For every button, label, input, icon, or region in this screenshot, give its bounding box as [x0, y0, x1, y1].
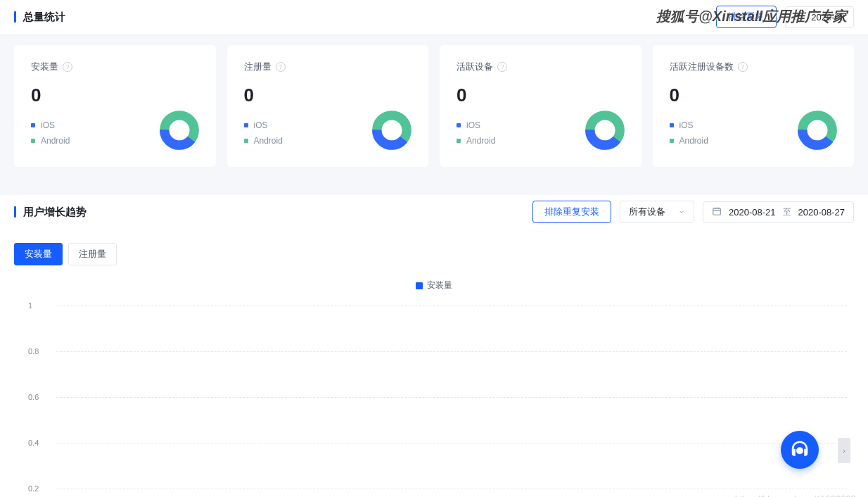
- totals-date-text: 2020-08: [811, 12, 845, 23]
- growth-date-range[interactable]: 2020-08-21 至 2020-08-27: [703, 201, 854, 223]
- card-installs: 安装量 ? 0 iOS Android: [14, 45, 216, 167]
- card-title-text: 活跃设备: [457, 61, 493, 73]
- help-icon[interactable]: ?: [497, 62, 507, 72]
- side-toggle-button[interactable]: ›: [838, 438, 850, 463]
- chart-legend-dot-icon: [416, 282, 423, 289]
- growth-title: 用户增长趋势: [14, 206, 87, 219]
- y-tick-label: 0.6: [28, 393, 39, 401]
- exclude-duplicate-button[interactable]: 排除重复: [716, 6, 777, 28]
- growth-tabs: 安装量 注册量: [0, 229, 868, 272]
- y-tick-label: 0.8: [28, 347, 39, 356]
- ios-dot-icon: [457, 123, 461, 127]
- exclude-duplicate-install-button[interactable]: 排除重复安装: [532, 201, 611, 223]
- help-icon[interactable]: ?: [63, 62, 72, 72]
- help-icon[interactable]: ?: [738, 62, 748, 72]
- calendar-icon: [712, 206, 722, 218]
- section-gap: [0, 181, 868, 195]
- card-value: 0: [457, 84, 625, 106]
- card-value: 0: [244, 84, 412, 106]
- card-title-text: 注册量: [244, 61, 272, 73]
- ios-dot-icon: [670, 123, 674, 127]
- donut-chart-icon: [798, 111, 837, 150]
- stat-cards: 安装量 ? 0 iOS Android 注册量 ? 0 iOS Android …: [0, 34, 868, 181]
- device-filter-label: 所有设备: [629, 206, 665, 218]
- card-title-text: 活跃注册设备数: [670, 61, 734, 73]
- gridline: [56, 397, 847, 398]
- legend-ios-label: iOS: [254, 120, 268, 130]
- y-tick-label: 0.4: [28, 439, 39, 447]
- card-value: 0: [31, 84, 199, 106]
- legend-android-label: Android: [679, 136, 708, 146]
- device-filter-dropdown[interactable]: 所有设备: [620, 201, 694, 223]
- gridline: [56, 489, 847, 489]
- donut-chart-icon: [160, 111, 199, 150]
- card-registrations: 注册量 ? 0 iOS Android: [227, 45, 429, 167]
- y-tick-label: 0.2: [28, 484, 39, 493]
- gridline: [56, 306, 847, 306]
- legend-ios-label: iOS: [466, 120, 480, 130]
- donut-chart-icon: [585, 111, 625, 150]
- chart-area: 安装量 1 0.8 0.6 0.4 0.2 https://blog.csdn.…: [0, 272, 868, 497]
- y-tick-label: 1: [28, 301, 32, 310]
- card-value: 0: [670, 84, 838, 106]
- chart-y-axis: 1 0.8 0.6 0.4 0.2: [28, 306, 854, 489]
- chart-legend-label: 安装量: [427, 279, 452, 291]
- card-active-registered-devices: 活跃注册设备数 ? 0 iOS Android: [653, 45, 855, 167]
- totals-controls: 排除重复 2020-08: [716, 6, 854, 28]
- ios-dot-icon: [244, 123, 248, 127]
- gridline: [56, 351, 847, 352]
- card-title: 活跃设备 ?: [457, 61, 625, 73]
- gridline: [56, 443, 847, 443]
- date-end: 2020-08-27: [798, 207, 845, 218]
- card-title: 安装量 ?: [31, 61, 199, 73]
- support-fab-button[interactable]: [781, 431, 819, 469]
- ios-dot-icon: [31, 123, 35, 127]
- android-dot-icon: [457, 139, 461, 143]
- legend-android-label: Android: [466, 136, 495, 146]
- totals-title: 总量统计: [14, 11, 65, 24]
- chevron-right-icon: ›: [843, 446, 845, 455]
- watermark-bottom: https://blog.csdn.net/A966669: [734, 493, 855, 497]
- svg-rect-12: [713, 208, 721, 214]
- android-dot-icon: [244, 139, 248, 143]
- totals-date-range[interactable]: 2020-08: [785, 6, 854, 28]
- chevron-down-icon: [678, 207, 685, 218]
- tab-installs[interactable]: 安装量: [14, 243, 63, 265]
- growth-section: 用户增长趋势 排除重复安装 所有设备 2020-08-21 至 2020-08-…: [0, 195, 868, 497]
- legend-android-label: Android: [41, 136, 70, 146]
- help-icon[interactable]: ?: [276, 62, 286, 72]
- donut-chart-icon: [372, 111, 411, 150]
- totals-section: 总量统计 排除重复 2020-08: [0, 0, 868, 34]
- growth-header: 用户增长趋势 排除重复安装 所有设备 2020-08-21 至 2020-08-…: [0, 195, 868, 229]
- legend-android-label: Android: [254, 136, 283, 146]
- legend-ios-label: iOS: [41, 120, 55, 130]
- legend-ios-label: iOS: [679, 120, 694, 130]
- card-title: 活跃注册设备数 ?: [670, 61, 838, 73]
- growth-controls: 排除重复安装 所有设备 2020-08-21 至 2020-08-27: [532, 201, 854, 223]
- svg-point-16: [796, 447, 803, 454]
- tab-registrations[interactable]: 注册量: [68, 243, 117, 265]
- card-title: 注册量 ?: [244, 61, 412, 73]
- android-dot-icon: [670, 139, 674, 143]
- headset-icon: [789, 439, 810, 460]
- svg-rect-0: [796, 13, 803, 19]
- date-separator: 至: [783, 206, 791, 218]
- totals-header: 总量统计 排除重复 2020-08: [0, 0, 868, 34]
- card-active-devices: 活跃设备 ? 0 iOS Android: [440, 45, 642, 167]
- chart-legend: 安装量: [14, 279, 854, 291]
- card-title-text: 安装量: [31, 61, 58, 73]
- date-start: 2020-08-21: [729, 207, 776, 218]
- calendar-icon: [794, 11, 804, 23]
- android-dot-icon: [31, 139, 35, 143]
